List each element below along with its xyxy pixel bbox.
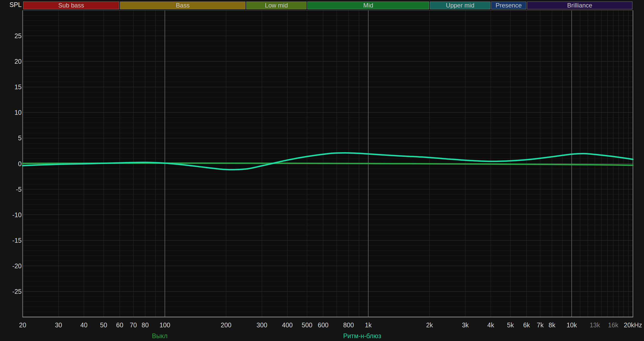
y-tick-label-25: 25	[0, 32, 22, 40]
x-tick-label-20: 20	[5, 321, 41, 329]
y-tick-label--5: -5	[0, 185, 22, 193]
y-tick-label--15: -15	[0, 237, 22, 244]
band-label: Sub bass	[58, 2, 84, 9]
band-mid: Mid	[307, 2, 429, 9]
frequency-response-chart	[0, 0, 644, 341]
spl-axis-title: SPL	[0, 1, 22, 9]
band-upper-mid: Upper mid	[430, 2, 490, 9]
preset-label-выкл[interactable]: Выкл	[152, 332, 167, 340]
y-tick-label-20: 20	[0, 58, 22, 65]
preset-label-ритм-н-блюз[interactable]: Ритм-н-блюз	[343, 332, 381, 340]
band-label: Bass	[176, 2, 190, 9]
band-label: Low mid	[265, 2, 288, 9]
band-bass: Bass	[120, 2, 245, 9]
x-tick-label-100: 100	[147, 321, 183, 329]
band-low-mid: Low mid	[246, 2, 307, 9]
y-tick-label--20: -20	[0, 262, 22, 270]
x-tick-label-20khz: 20kHz	[615, 321, 644, 329]
x-tick-label-200: 200	[208, 321, 244, 329]
y-tick-label-0: 0	[0, 160, 22, 168]
y-tick-label--25: -25	[0, 288, 22, 295]
y-tick-label-5: 5	[0, 134, 22, 142]
band-sub-bass: Sub bass	[23, 2, 120, 9]
band-brilliance: Brilliance	[527, 2, 633, 9]
y-tick-label-15: 15	[0, 83, 22, 91]
band-label: Upper mid	[446, 2, 474, 9]
equalizer-frequency-response-screen: SPL Sub bassBassLow midMidUpper midPrese…	[0, 0, 644, 341]
y-tick-label-10: 10	[0, 109, 22, 116]
band-label: Presence	[496, 2, 522, 9]
x-tick-label-2k: 2k	[411, 321, 447, 329]
x-tick-label-1k: 1k	[350, 321, 386, 329]
y-tick-label--10: -10	[0, 211, 22, 219]
band-label: Mid	[363, 2, 373, 9]
band-label: Brilliance	[567, 2, 592, 9]
band-presence: Presence	[491, 2, 526, 9]
